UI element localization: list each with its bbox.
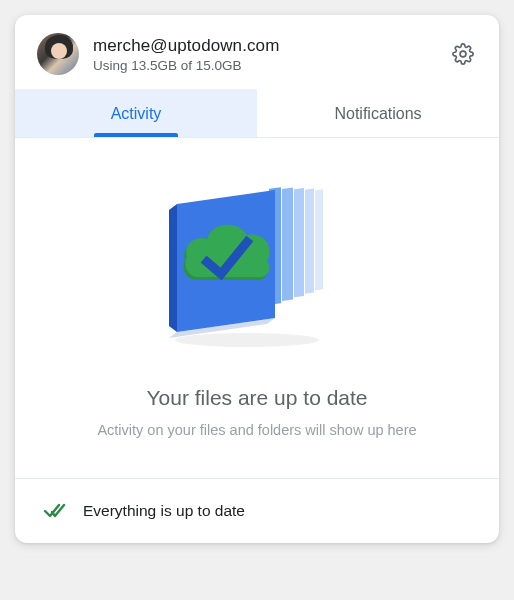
activity-content: Your files are up to date Activity on yo… — [15, 138, 499, 478]
avatar[interactable] — [37, 33, 79, 75]
status-footer: Everything is up to date — [15, 478, 499, 543]
svg-point-9 — [175, 333, 319, 347]
tab-notifications[interactable]: Notifications — [257, 89, 499, 137]
account-header: merche@uptodown.com Using 13.5GB of 15.0… — [15, 15, 499, 89]
svg-rect-3 — [294, 188, 304, 297]
gear-icon — [452, 43, 474, 65]
drive-status-panel: merche@uptodown.com Using 13.5GB of 15.0… — [15, 15, 499, 543]
tab-notifications-label: Notifications — [334, 105, 421, 122]
content-heading: Your files are up to date — [39, 386, 475, 410]
account-email: merche@uptodown.com — [93, 36, 449, 56]
content-subtext: Activity on your files and folders will … — [39, 422, 475, 438]
sync-illustration — [147, 178, 367, 358]
settings-button[interactable] — [449, 40, 477, 68]
svg-rect-1 — [315, 189, 323, 290]
tab-activity-label: Activity — [111, 105, 162, 122]
tabs: Activity Notifications — [15, 89, 499, 138]
storage-usage: Using 13.5GB of 15.0GB — [93, 58, 449, 73]
svg-rect-4 — [282, 187, 293, 301]
account-info: merche@uptodown.com Using 13.5GB of 15.0… — [93, 36, 449, 73]
double-check-icon — [43, 499, 67, 523]
status-text: Everything is up to date — [83, 502, 245, 520]
svg-marker-7 — [169, 204, 177, 332]
svg-rect-2 — [305, 189, 314, 294]
svg-point-0 — [460, 51, 466, 57]
tab-activity[interactable]: Activity — [15, 89, 257, 137]
